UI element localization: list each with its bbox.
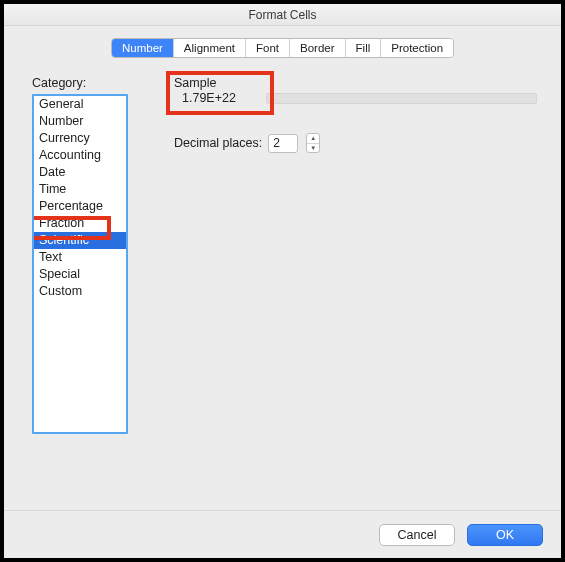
tab-border[interactable]: Border <box>290 39 346 57</box>
category-item-special[interactable]: Special <box>34 266 126 283</box>
stepper-up-icon[interactable]: ▲ <box>307 134 319 144</box>
sample-label: Sample <box>174 76 543 90</box>
decimal-places-input[interactable] <box>268 134 298 153</box>
format-cells-dialog: Format Cells Number Alignment Font Borde… <box>4 4 561 558</box>
cancel-button[interactable]: Cancel <box>379 524 455 546</box>
ok-button[interactable]: OK <box>467 524 543 546</box>
decimal-places-row: Decimal places: ▲ ▼ <box>174 133 543 153</box>
sample-value: 1.79E+22 <box>174 91 266 105</box>
tab-segmented-control: Number Alignment Font Border Fill Protec… <box>111 38 454 58</box>
dialog-footer: Cancel OK <box>4 510 561 558</box>
category-item-scientific[interactable]: Scientific <box>32 232 128 249</box>
tab-bar: Number Alignment Font Border Fill Protec… <box>4 26 561 66</box>
category-item-number[interactable]: Number <box>34 113 126 130</box>
decimal-places-label: Decimal places: <box>174 136 262 150</box>
sample-preview-bar <box>266 93 537 104</box>
tab-font[interactable]: Font <box>246 39 290 57</box>
category-item-date[interactable]: Date <box>34 164 126 181</box>
decimal-places-stepper[interactable]: ▲ ▼ <box>306 133 320 153</box>
tab-fill[interactable]: Fill <box>346 39 382 57</box>
stepper-down-icon[interactable]: ▼ <box>307 144 319 153</box>
category-item-custom[interactable]: Custom <box>34 283 126 300</box>
category-item-general[interactable]: General <box>34 96 126 113</box>
category-item-accounting[interactable]: Accounting <box>34 147 126 164</box>
category-column: Category: General Number Currency Accoun… <box>32 76 150 504</box>
dialog-body: Category: General Number Currency Accoun… <box>4 66 561 510</box>
dialog-title: Format Cells <box>4 4 561 26</box>
category-item-text[interactable]: Text <box>34 249 126 266</box>
category-listbox[interactable]: General Number Currency Accounting Date … <box>32 94 128 434</box>
sample-block: Sample 1.79E+22 <box>174 76 543 105</box>
category-item-time[interactable]: Time <box>34 181 126 198</box>
tab-number[interactable]: Number <box>112 39 174 57</box>
tab-protection[interactable]: Protection <box>381 39 453 57</box>
tab-alignment[interactable]: Alignment <box>174 39 246 57</box>
settings-column: Sample 1.79E+22 Decimal places: ▲ ▼ <box>150 76 543 504</box>
category-item-percentage[interactable]: Percentage <box>34 198 126 215</box>
category-label: Category: <box>32 76 150 90</box>
category-item-fraction[interactable]: Fraction <box>34 215 126 232</box>
category-item-currency[interactable]: Currency <box>34 130 126 147</box>
